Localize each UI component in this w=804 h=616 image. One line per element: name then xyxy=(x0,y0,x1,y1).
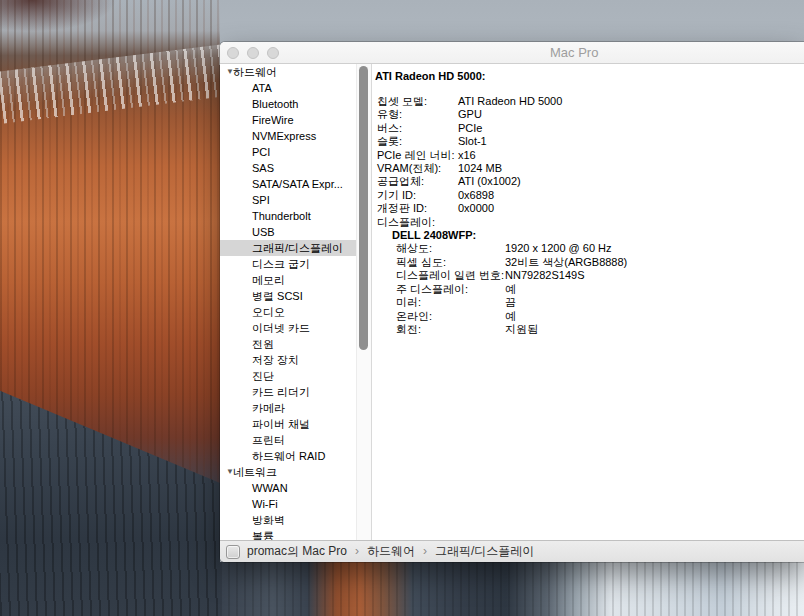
property-value: Slot-1 xyxy=(458,135,798,148)
sidebar-item-label: 볼륨 xyxy=(220,530,274,540)
property-row: 버스: PCIe xyxy=(375,122,798,135)
sidebar-item-label: 오디오 xyxy=(220,306,285,318)
breadcrumb-item[interactable]: promac의 Mac Pro xyxy=(247,543,347,560)
sidebar-item[interactable]: ▼FireWire xyxy=(220,112,356,128)
property-value: 지원됨 xyxy=(505,323,798,336)
sidebar-item-label: 네트워크 xyxy=(233,466,277,478)
sidebar-item[interactable]: ▼그래픽/디스플레이 xyxy=(220,240,356,256)
property-row: 해상도: 1920 x 1200 @ 60 Hz xyxy=(375,242,798,255)
sidebar-item-label: SATA/SATA Expr... xyxy=(220,178,343,190)
sidebar-item-label: 프린터 xyxy=(220,434,285,446)
sidebar-item-label: ATA xyxy=(220,82,272,94)
sidebar-scrollbar[interactable] xyxy=(356,64,372,540)
sidebar-item[interactable]: ▼전원 xyxy=(220,336,356,352)
property-row: 유형: GPU xyxy=(375,108,798,121)
sidebar-item[interactable]: ▼Thunderbolt xyxy=(220,208,356,224)
sidebar-item-label: 메모리 xyxy=(220,274,285,286)
zoom-button[interactable] xyxy=(267,47,279,59)
sidebar-item-label: SAS xyxy=(220,162,274,174)
sidebar-item-label: FireWire xyxy=(220,114,294,126)
sidebar-item[interactable]: ▼NVMExpress xyxy=(220,128,356,144)
sidebar-item[interactable]: ▼오디오 xyxy=(220,304,356,320)
breadcrumb: promac의 Mac Pro › 하드웨어 › 그래픽/디스플레이 xyxy=(247,543,534,561)
sidebar-item[interactable]: ▼디스크 굽기 xyxy=(220,256,356,272)
sidebar-item[interactable]: ▼Bluetooth xyxy=(220,96,356,112)
sidebar-item-label: 이더넷 카드 xyxy=(220,322,310,334)
property-value: 0x0000 xyxy=(458,202,798,215)
sidebar-item[interactable]: ▼저장 장치 xyxy=(220,352,356,368)
sidebar-item[interactable]: ▼이더넷 카드 xyxy=(220,320,356,336)
property-value: ATI (0x1002) xyxy=(458,175,798,188)
breadcrumb-label: 그래픽/디스플레이 xyxy=(435,543,534,560)
property-row: 기기 ID: 0x6898 xyxy=(375,189,798,202)
property-value: 1920 x 1200 @ 60 Hz xyxy=(505,242,798,255)
sidebar-item-label: 하드웨어 xyxy=(233,66,277,78)
property-label: 해상도: xyxy=(396,242,505,255)
sidebar-item[interactable]: ▼진단 xyxy=(220,368,356,384)
property-label: 유형: xyxy=(375,108,458,121)
sidebar-item[interactable]: ▼PCI xyxy=(220,144,356,160)
detail-panel: ATI Radeon HD 5000: 칩셋 모델: ATI Radeon HD… xyxy=(372,64,804,540)
sidebar-item[interactable]: ▼SATA/SATA Expr... xyxy=(220,176,356,192)
close-button[interactable] xyxy=(227,47,239,59)
sidebar-item[interactable]: ▼방화벽 xyxy=(220,512,356,528)
minimize-button[interactable] xyxy=(247,47,259,59)
disclosure-triangle-icon: ▼ xyxy=(220,64,233,80)
property-label: 디스플레이 일련 번호: xyxy=(396,269,505,282)
property-value xyxy=(458,216,798,229)
sidebar-item[interactable]: ▼메모리 xyxy=(220,272,356,288)
property-value: x16 xyxy=(458,149,798,162)
breadcrumb-separator: › xyxy=(355,544,359,558)
breadcrumb-item[interactable]: › 그래픽/디스플레이 xyxy=(415,543,534,560)
sidebar-item[interactable]: ▼파이버 채널 xyxy=(220,416,356,432)
sidebar-item-label: 저장 장치 xyxy=(220,354,299,366)
sidebar-item-label: USB xyxy=(220,226,275,238)
wallpaper-cliff-top-rock xyxy=(0,0,160,60)
category-sidebar[interactable]: ▼하드웨어 ▼ATA ▼Bluetooth ▼FireWire ▼NVMExpr… xyxy=(220,64,356,540)
property-row: 칩셋 모델: ATI Radeon HD 5000 xyxy=(375,95,798,108)
property-value: 32비트 색상(ARGB8888) xyxy=(505,256,798,269)
sidebar-item[interactable]: ▼네트워크 xyxy=(220,464,356,480)
sidebar-item-label: Wi-Fi xyxy=(220,498,278,510)
property-row: 주 디스플레이: 예 xyxy=(375,283,798,296)
property-row: 공급업체: ATI (0x1002) xyxy=(375,175,798,188)
sidebar-item[interactable]: ▼하드웨어 RAID xyxy=(220,448,356,464)
sidebar-item[interactable]: ▼카드 리더기 xyxy=(220,384,356,400)
disclosure-triangle-icon: ▼ xyxy=(220,464,233,480)
sidebar-item[interactable]: ▼USB xyxy=(220,224,356,240)
display-properties: 해상도: 1920 x 1200 @ 60 Hz 픽셀 심도: 32비트 색상(… xyxy=(375,242,798,336)
property-label: 슬롯: xyxy=(375,135,458,148)
display-section: DELL 2408WFP: 해상도: 1920 x 1200 @ 60 Hz 픽… xyxy=(375,229,798,336)
property-value: 예 xyxy=(505,310,798,323)
property-row: 개정판 ID: 0x0000 xyxy=(375,202,798,215)
sidebar-item-label: PCI xyxy=(220,146,270,158)
window-titlebar[interactable]: Mac Pro xyxy=(220,42,804,64)
property-value: 1024 MB xyxy=(458,162,798,175)
property-value: 0x6898 xyxy=(458,189,798,202)
property-label: PCIe 레인 너비: xyxy=(375,149,458,162)
property-label: 온라인: xyxy=(396,310,505,323)
sidebar-item[interactable]: ▼볼륨 xyxy=(220,528,356,540)
property-row: 회전: 지원됨 xyxy=(375,323,798,336)
sidebar-item-label: 하드웨어 RAID xyxy=(220,450,325,462)
sidebar-item[interactable]: ▼WWAN xyxy=(220,480,356,496)
property-value: 예 xyxy=(505,283,798,296)
sidebar-item[interactable]: ▼프린터 xyxy=(220,432,356,448)
sidebar-item[interactable]: ▼Wi-Fi xyxy=(220,496,356,512)
scrollbar-thumb[interactable] xyxy=(359,66,368,350)
sidebar-item-label: WWAN xyxy=(220,482,288,494)
system-information-window: Mac Pro ▼하드웨어 ▼ATA ▼Bluetooth ▼FireWire … xyxy=(220,42,804,562)
sidebar-item[interactable]: ▼하드웨어 xyxy=(220,64,356,80)
property-row: 미러: 끔 xyxy=(375,296,798,309)
property-label: 픽셀 심도: xyxy=(396,256,505,269)
sidebar-item[interactable]: ▼ATA xyxy=(220,80,356,96)
sidebar-item[interactable]: ▼SPI xyxy=(220,192,356,208)
sidebar-item[interactable]: ▼SAS xyxy=(220,160,356,176)
breadcrumb-item[interactable]: › 하드웨어 xyxy=(347,543,415,560)
property-label: 칩셋 모델: xyxy=(375,95,458,108)
property-row: 온라인: 예 xyxy=(375,310,798,323)
property-label: 회전: xyxy=(396,323,505,336)
sidebar-item[interactable]: ▼카메라 xyxy=(220,400,356,416)
property-label: 개정판 ID: xyxy=(375,202,458,215)
sidebar-item[interactable]: ▼병렬 SCSI xyxy=(220,288,356,304)
